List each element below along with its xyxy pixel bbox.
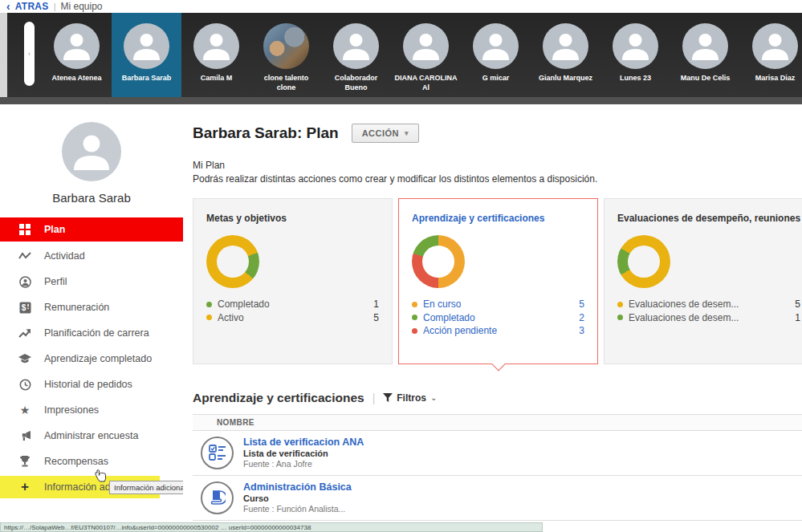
action-dropdown-button[interactable]: ACCIÓN ▾ — [352, 124, 419, 143]
avatar — [752, 23, 798, 69]
team-member-tile[interactable]: DIANA CAROLINA Al — [391, 13, 461, 97]
sidebar-item-aprendizaje-completado[interactable]: Aprendizaje completado — [0, 346, 183, 372]
table-header: NOMBRE AVANCE VENCIM — [193, 414, 802, 431]
sidebar-item-recompensas[interactable]: Recompensas — [0, 449, 183, 474]
filters-button[interactable]: Filtros ⌄ — [383, 392, 437, 404]
team-member-tile[interactable]: G micar — [461, 13, 531, 97]
sidebar-item-label: Planificación de carrera — [44, 327, 149, 339]
carousel-scroll-left-button[interactable]: ‹ — [24, 22, 35, 86]
legend-label: Evaluaciones de desem... — [629, 312, 739, 323]
team-member-name: Atenea Atenea — [42, 74, 112, 83]
plus-icon: + — [18, 479, 32, 495]
item-type: Lista de verificación — [243, 449, 364, 458]
sidebar-item-label: Aprendizaje completado — [44, 353, 152, 364]
page-title: Barbara Sarab: Plan — [193, 124, 339, 142]
team-member-name: Colaborador Bueno — [321, 74, 391, 92]
sidebar-item-label: Actividad — [44, 250, 85, 262]
summary-cards: Metas y objetivos Completado 1 Activo 5 … — [193, 198, 802, 364]
trend-up-icon — [18, 328, 32, 339]
table-row[interactable]: Lista de verificacion ANA Lista de verif… — [193, 431, 802, 476]
team-member-tile[interactable]: Manu De Celis — [670, 13, 740, 97]
avatar — [682, 23, 728, 69]
breadcrumb: ‹ ATRAS | Mi equipo — [0, 0, 802, 13]
team-member-tile[interactable]: Atenea Atenea — [42, 13, 112, 97]
sidebar-item-administrar-encuesta[interactable]: Administrar encuesta — [0, 423, 183, 449]
team-member-name: DIANA CAROLINA Al — [391, 74, 461, 92]
user-name: Barbara Sarab — [0, 191, 183, 205]
browser-status-bar: https://…/SolapaWeb…f/EU3TN00107/…info&u… — [0, 522, 543, 532]
legend-value: 2 — [579, 312, 584, 323]
item-source: Fuente : Función Analista... — [243, 504, 352, 514]
back-button[interactable]: ATRAS — [15, 1, 49, 12]
avatar — [403, 23, 449, 69]
donut-chart-metas — [206, 235, 259, 288]
team-member-tile-selected[interactable]: Barbara Sarab — [112, 13, 181, 97]
section-separator: | — [373, 392, 376, 404]
sidebar-item-label: Remuneración — [44, 302, 109, 313]
legend-row: Activo 5 — [206, 311, 379, 324]
team-member-tile[interactable]: Lunes 23 — [600, 13, 670, 97]
legend-row: Evaluaciones de desem... 5 — [617, 298, 800, 311]
legend-label: Evaluaciones de desem... — [629, 298, 739, 310]
team-member-name: Gianlu Marquez — [531, 74, 600, 83]
team-member-tile[interactable]: Gianlu Marquez — [531, 13, 600, 97]
legend-row: Evaluaciones de desem... 1 — [617, 311, 800, 324]
avatar — [193, 23, 239, 69]
sidebar-item-perfil[interactable]: Perfil — [0, 269, 183, 294]
team-member-tile[interactable]: clone talento clone — [251, 13, 321, 97]
legend-row: Completado 1 — [206, 298, 379, 311]
sidebar-item-historial-pedidos[interactable]: Historial de pedidos — [0, 372, 183, 397]
book-icon — [201, 481, 234, 514]
section-title: Aprendizaje y certificaciones — [193, 391, 364, 405]
sidebar-item-planificacion-carrera[interactable]: Planificación de carrera — [0, 320, 183, 346]
avatar — [613, 23, 658, 69]
sidebar-item-actividad[interactable]: Actividad — [0, 243, 183, 269]
legend-label: Acción pendiente — [423, 325, 497, 336]
card-aprendizaje-certificaciones[interactable]: Aprendizaje y certificaciones En curso 5… — [398, 198, 598, 364]
filter-funnel-icon — [383, 393, 393, 402]
card-title: Aprendizaje y certificaciones — [412, 213, 584, 224]
chevron-down-icon: ▾ — [405, 129, 409, 137]
sidebar-item-impresiones[interactable]: ★ Impresiones — [0, 397, 183, 423]
megaphone-icon — [18, 431, 32, 441]
money-icon: $ — [18, 302, 32, 314]
user-avatar — [62, 122, 121, 181]
breadcrumb-separator: | — [54, 2, 56, 11]
action-label: ACCIÓN — [362, 128, 399, 138]
legend-label: Completado — [218, 298, 270, 310]
team-member-tile[interactable]: Colaborador Bueno — [321, 13, 391, 97]
sidebar-item-label: Administrar encuesta — [44, 430, 138, 441]
legend-dot — [617, 315, 623, 320]
legend-dot — [206, 315, 212, 320]
team-member-name: Lunes 23 — [600, 74, 670, 83]
chevron-down-icon: ⌄ — [430, 393, 437, 402]
avatar — [54, 23, 100, 69]
item-link[interactable]: Administración Básica — [243, 481, 352, 493]
team-member-tile[interactable]: Marisa Diaz — [740, 13, 802, 97]
card-title: Metas y objetivos — [206, 213, 379, 224]
sidebar-item-label: Recompensas — [44, 456, 108, 467]
card-title: Evaluaciones de desempeño, reuniones y e… — [617, 213, 800, 224]
legend-dot — [412, 328, 417, 334]
sidebar-item-plan[interactable]: Plan — [0, 217, 183, 242]
sidebar-item-remuneracion[interactable]: $ Remuneración — [0, 294, 183, 320]
legend-value: 1 — [373, 298, 379, 310]
legend-label: Completado — [423, 312, 475, 323]
item-link[interactable]: Lista de verificacion ANA — [243, 437, 364, 448]
sidebar-menu: Plan Actividad Perfil $ Remuneración Pla… — [0, 217, 183, 500]
team-member-name: Barbara Sarab — [112, 74, 181, 83]
graduation-cap-icon — [18, 354, 32, 364]
trophy-icon — [18, 456, 32, 467]
card-metas-objetivos[interactable]: Metas y objetivos Completado 1 Activo 5 — [193, 198, 393, 364]
card-pointer — [491, 357, 505, 371]
history-clock-icon — [18, 379, 32, 391]
team-member-tile[interactable]: Camila M — [181, 13, 251, 97]
legend-value: 3 — [579, 325, 584, 336]
legend-row: Acción pendiente 3 — [412, 324, 584, 338]
card-evaluaciones-desempeno[interactable]: Evaluaciones de desempeño, reuniones y e… — [604, 198, 802, 364]
table-row[interactable]: Administración Básica Curso Fuente : Fun… — [193, 476, 802, 521]
plan-subtitle: Mi Plan — [193, 159, 802, 173]
checklist-icon — [201, 437, 234, 469]
svg-text:$: $ — [21, 303, 26, 312]
legend-dot — [412, 315, 417, 320]
